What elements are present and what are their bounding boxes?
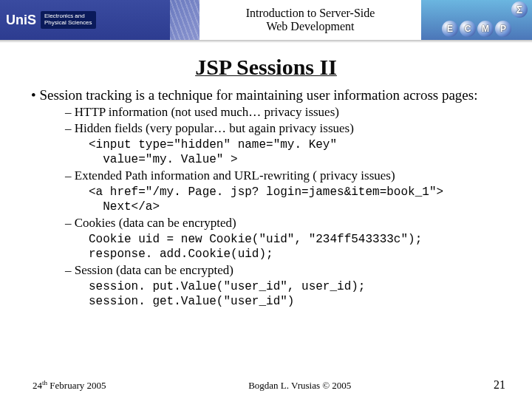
sub-list-2: Extended Path information and URL-rewrit… [43, 168, 501, 183]
orb-e-icon: E [442, 21, 458, 37]
item-cookies: Cookies (data can be encrypted) [75, 216, 236, 230]
header-bar: UniS Electronics and Physical Sciences I… [0, 0, 532, 40]
course-title-line2: Web Development [266, 20, 354, 33]
header-right: E C M P Σ [421, 0, 532, 40]
orb-m-icon: M [477, 21, 494, 37]
course-title-line1: Introduction to Server-Side [246, 7, 375, 20]
bullet-list: Session tracking is a technique for main… [31, 87, 501, 309]
header-left: UniS Electronics and Physical Sciences [0, 0, 170, 40]
footer-page-number: 21 [494, 378, 505, 392]
department-box: Electronics and Physical Sciences [41, 11, 95, 29]
orb-p-icon: P [495, 21, 511, 37]
footer: 24th February 2005 Bogdan L. Vrusias © 2… [0, 378, 532, 392]
header-center: Introduction to Server-Side Web Developm… [200, 0, 421, 40]
main-bullet-text: Session tracking is a technique for main… [39, 87, 477, 103]
dept-line2: Physical Sciences [44, 20, 92, 27]
item-hidden: Hidden fields (very popular… but again p… [75, 121, 354, 135]
code-url: <a href="/my. Page. jsp? login=james&ite… [89, 185, 501, 214]
university-logo: UniS [6, 13, 36, 28]
building-graphic [170, 0, 200, 40]
content-area: Session tracking is a technique for main… [0, 80, 532, 309]
sub-list-4: Session (data can be encrypted) [43, 263, 501, 278]
item-url: Extended Path information and URL-rewrit… [75, 168, 395, 183]
orb-sigma-icon: Σ [511, 1, 528, 18]
code-hidden: <input type="hidden" name="my. Key" valu… [89, 137, 501, 167]
footer-date-day: 24 [33, 380, 42, 391]
code-session: session. put.Value("user_id", user_id); … [89, 279, 501, 309]
item-session: Session (data can be encrypted) [75, 263, 233, 277]
footer-date-rest: February 2005 [47, 380, 106, 391]
header-shadow [0, 40, 532, 43]
orb-c-icon: C [460, 21, 476, 37]
sub-list-3: Cookies (data can be encrypted) [43, 216, 501, 231]
code-cookies: Cookie uid = new Cookie("uid", "234ff543… [89, 232, 501, 262]
orb-row: E C M P [442, 21, 511, 37]
sub-list: HTTP information (not used much… privacy… [43, 105, 501, 136]
item-http: HTTP information (not used much… privacy… [75, 105, 339, 119]
footer-author: Bogdan L. Vrusias © 2005 [248, 380, 351, 392]
footer-date: 24th February 2005 [33, 379, 106, 392]
slide-title: JSP Sessions II [0, 55, 532, 80]
